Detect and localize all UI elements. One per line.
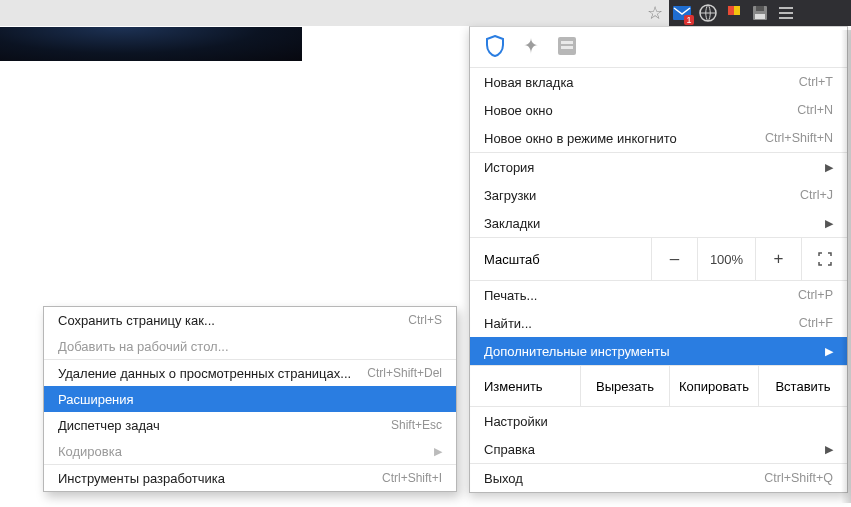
app-shortcut-row [470, 27, 847, 67]
shortcut: Ctrl+F [799, 316, 833, 330]
label: Закладки [484, 216, 815, 231]
svg-rect-7 [561, 46, 573, 49]
submenu-clear-browsing-data[interactable]: Удаление данных о просмотренных страница… [44, 360, 456, 386]
misc-app-icon[interactable] [556, 35, 578, 57]
shortcut: Ctrl+T [799, 75, 833, 89]
globe-ext-icon[interactable] [695, 0, 721, 26]
bookmark-star-icon[interactable]: ☆ [647, 2, 663, 24]
flag-ext-icon[interactable] [721, 0, 747, 26]
shortcut: Ctrl+Shift+I [382, 471, 442, 485]
menu-help[interactable]: Справка ▶ [470, 435, 847, 463]
menu-incognito[interactable]: Новое окно в режиме инкогнито Ctrl+Shift… [470, 124, 847, 152]
label: Сохранить страницу как... [58, 313, 408, 328]
submenu-devtools[interactable]: Инструменты разработчика Ctrl+Shift+I [44, 465, 456, 491]
menu-downloads[interactable]: Загрузки Ctrl+J [470, 181, 847, 209]
more-tools-submenu: Сохранить страницу как... Ctrl+S Добавит… [43, 306, 457, 492]
label: Изменить [470, 366, 580, 406]
save-ext-icon[interactable] [747, 0, 773, 26]
label: Кодировка [58, 444, 424, 459]
shortcut: Ctrl+Shift+N [765, 131, 833, 145]
svg-rect-4 [755, 14, 765, 19]
label: История [484, 160, 815, 175]
chrome-main-menu: Новая вкладка Ctrl+T Новое окно Ctrl+N Н… [469, 26, 848, 493]
shortcut: Ctrl+Shift+Q [764, 471, 833, 485]
label: Удаление данных о просмотренных страница… [58, 366, 367, 381]
menu-zoom: Масштаб – 100% + [470, 238, 847, 280]
submenu-encoding[interactable]: Кодировка ▶ [44, 438, 456, 464]
menu-print[interactable]: Печать... Ctrl+P [470, 281, 847, 309]
zoom-out-button[interactable]: – [651, 238, 697, 280]
omnibox-area[interactable] [0, 0, 669, 26]
label: Новое окно [484, 103, 797, 118]
submenu-task-manager[interactable]: Диспетчер задач Shift+Esc [44, 412, 456, 438]
zoom-in-button[interactable]: + [755, 238, 801, 280]
submenu-add-to-desktop: Добавить на рабочий стол... [44, 333, 456, 359]
mail-badge: 1 [684, 15, 694, 25]
mail-ext-icon[interactable]: 1 [669, 0, 695, 26]
label: Расширения [58, 392, 442, 407]
submenu-extensions[interactable]: Расширения [44, 386, 456, 412]
hamburger-menu-icon[interactable] [773, 0, 799, 26]
menu-new-window[interactable]: Новое окно Ctrl+N [470, 96, 847, 124]
label: Новое окно в режиме инкогнито [484, 131, 765, 146]
menu-find[interactable]: Найти... Ctrl+F [470, 309, 847, 337]
label: Выход [484, 471, 764, 486]
browser-toolbar: ☆ 1 [0, 0, 851, 26]
label: Добавить на рабочий стол... [58, 339, 442, 354]
shield-app-icon[interactable] [484, 35, 506, 57]
shortcut: Ctrl+P [798, 288, 833, 302]
menu-settings[interactable]: Настройки [470, 407, 847, 435]
label: Справка [484, 442, 815, 457]
shortcut: Ctrl+S [408, 313, 442, 327]
svg-rect-3 [756, 6, 764, 11]
extension-tray: 1 [669, 0, 851, 26]
submenu-save-page[interactable]: Сохранить страницу как... Ctrl+S [44, 307, 456, 333]
label: Загрузки [484, 188, 800, 203]
label: Масштаб [484, 252, 651, 267]
menu-more-tools[interactable]: Дополнительные инструменты ▶ [470, 337, 847, 365]
label: Дополнительные инструменты [484, 344, 815, 359]
label: Найти... [484, 316, 799, 331]
page-background [0, 27, 302, 61]
label: Печать... [484, 288, 798, 303]
menu-exit[interactable]: Выход Ctrl+Shift+Q [470, 464, 847, 492]
menu-history[interactable]: История ▶ [470, 153, 847, 181]
pdf-app-icon[interactable] [520, 35, 542, 57]
cut-button[interactable]: Вырезать [580, 366, 669, 406]
shortcut: Ctrl+N [797, 103, 833, 117]
submenu-arrow-icon: ▶ [434, 445, 442, 458]
label: Инструменты разработчика [58, 471, 382, 486]
svg-rect-6 [561, 41, 573, 44]
paste-button[interactable]: Вставить [758, 366, 847, 406]
zoom-value: 100% [697, 238, 755, 280]
menu-edit: Изменить Вырезать Копировать Вставить [470, 366, 847, 406]
shortcut: Shift+Esc [391, 418, 442, 432]
submenu-arrow-icon: ▶ [825, 217, 833, 230]
submenu-arrow-icon: ▶ [825, 161, 833, 174]
copy-button[interactable]: Копировать [669, 366, 758, 406]
shortcut: Ctrl+J [800, 188, 833, 202]
submenu-arrow-icon: ▶ [825, 345, 833, 358]
menu-bookmarks[interactable]: Закладки ▶ [470, 209, 847, 237]
menu-new-tab[interactable]: Новая вкладка Ctrl+T [470, 68, 847, 96]
label: Диспетчер задач [58, 418, 391, 433]
label: Новая вкладка [484, 75, 799, 90]
label: Настройки [484, 414, 833, 429]
shortcut: Ctrl+Shift+Del [367, 366, 442, 380]
fullscreen-button[interactable] [801, 238, 847, 280]
submenu-arrow-icon: ▶ [825, 443, 833, 456]
